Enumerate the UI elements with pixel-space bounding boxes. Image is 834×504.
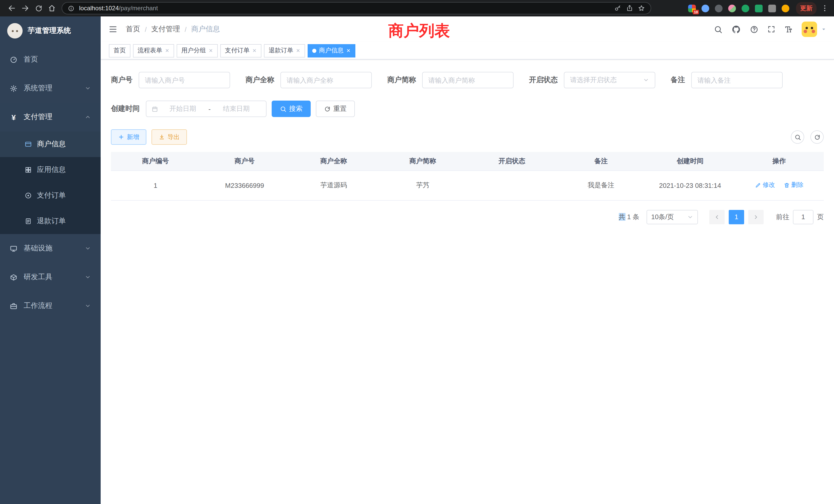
- cell-status: [467, 170, 556, 200]
- sidebar-item-label: 支付管理: [24, 112, 52, 122]
- sidebar-item-app-info[interactable]: 应用信息: [0, 157, 101, 183]
- pagination: 共 1 条 10条/页 1 前往 页: [111, 210, 824, 224]
- short-name-input-wrap: [422, 72, 513, 88]
- back-button[interactable]: [5, 2, 19, 15]
- share-icon[interactable]: [626, 5, 633, 12]
- tab-label: 退款订单: [269, 46, 293, 55]
- page-button-1[interactable]: 1: [729, 210, 744, 224]
- refresh-table-button[interactable]: [810, 130, 824, 144]
- extension-icon[interactable]: [742, 4, 749, 12]
- full-name-input[interactable]: [287, 76, 366, 84]
- edit-link[interactable]: 修改: [755, 181, 775, 190]
- next-page-button[interactable]: [748, 210, 764, 224]
- browser-menu-icon[interactable]: [821, 4, 829, 12]
- remark-input[interactable]: [697, 76, 776, 84]
- hamburger-icon[interactable]: [108, 25, 117, 34]
- cell-remark: 我是备注: [556, 170, 645, 200]
- extension-icon[interactable]: [768, 4, 776, 12]
- user-avatar[interactable]: [802, 22, 817, 37]
- remark-input-wrap: [691, 72, 783, 88]
- close-icon[interactable]: [346, 48, 351, 53]
- extension-icon[interactable]: 10: [688, 4, 696, 12]
- sidebar-item-label: 研发工具: [24, 273, 52, 282]
- payment-submenu: 商户信息 应用信息 支付订单 退款订单: [0, 131, 101, 234]
- edit-link-label: 修改: [763, 181, 775, 190]
- sidebar-item-label: 支付订单: [37, 191, 66, 200]
- goto-page-input[interactable]: [793, 210, 813, 224]
- sidebar-item-refund-order[interactable]: 退款订单: [0, 208, 101, 234]
- password-key-icon[interactable]: [614, 5, 621, 12]
- cell-merchant-id: 1: [111, 170, 200, 200]
- address-bar[interactable]: localhost:1024/pay/merchant: [62, 2, 651, 14]
- create-time-range-picker[interactable]: 开始日期 - 结束日期: [146, 100, 266, 117]
- sidebar-item-label: 首页: [24, 55, 38, 64]
- page-unit-label: 页: [817, 212, 824, 222]
- extension-icon[interactable]: [728, 4, 736, 12]
- bookmark-star-icon[interactable]: [638, 5, 645, 12]
- help-icon[interactable]: [750, 25, 759, 33]
- col-remark: 备注: [556, 152, 645, 170]
- sidebar-item-merchant-info[interactable]: 商户信息: [0, 131, 101, 157]
- cell-actions: 修改 删除: [734, 170, 824, 200]
- chrome-update-button[interactable]: 更新: [796, 2, 816, 15]
- tab-home[interactable]: 首页: [109, 44, 130, 57]
- add-button[interactable]: 新增: [111, 129, 146, 145]
- short-name-input[interactable]: [428, 76, 507, 84]
- tab-pay-order[interactable]: 支付订单: [220, 44, 261, 57]
- add-button-label: 新增: [127, 133, 139, 141]
- reload-button[interactable]: [32, 2, 45, 15]
- search-button[interactable]: 搜索: [272, 100, 311, 117]
- status-select[interactable]: 请选择开启状态: [564, 72, 655, 88]
- extension-icon[interactable]: [755, 4, 763, 12]
- sidebar-item-system[interactable]: 系统管理: [0, 74, 101, 102]
- breadcrumb-current: 商户信息: [191, 25, 220, 34]
- back-icon: [8, 4, 16, 12]
- merchant-no-input[interactable]: [145, 76, 224, 84]
- sidebar-item-devtools[interactable]: 研发工具: [0, 263, 101, 292]
- close-icon[interactable]: [208, 48, 213, 53]
- sidebar-item-home[interactable]: 首页: [0, 45, 101, 74]
- extension-icon[interactable]: [782, 4, 789, 12]
- tab-user-group[interactable]: 用户分组: [177, 44, 218, 57]
- export-button[interactable]: 导出: [152, 129, 187, 145]
- filter-label: 创建时间: [111, 104, 140, 113]
- edit-icon: [755, 182, 761, 188]
- github-icon[interactable]: [731, 24, 741, 34]
- search-icon[interactable]: [714, 25, 723, 33]
- home-button[interactable]: [45, 2, 59, 15]
- extension-icon[interactable]: [715, 4, 723, 12]
- forward-button[interactable]: [19, 2, 32, 15]
- close-icon[interactable]: [165, 48, 170, 53]
- sidebar-item-workflow[interactable]: 工作流程: [0, 292, 101, 320]
- delete-link[interactable]: 删除: [784, 181, 804, 190]
- breadcrumb-home[interactable]: 首页: [126, 25, 140, 34]
- sidebar-item-label: 应用信息: [37, 165, 66, 175]
- page-size-select[interactable]: 10条/页: [646, 210, 698, 224]
- app-title: 芋道管理系统: [28, 26, 71, 36]
- col-merchant-no: 商户号: [200, 152, 289, 170]
- tab-process-form[interactable]: 流程表单: [133, 44, 174, 57]
- extensions-area: 10: [688, 4, 789, 12]
- font-size-icon[interactable]: [784, 25, 793, 33]
- fullscreen-icon[interactable]: [767, 25, 775, 33]
- breadcrumb-payment[interactable]: 支付管理: [151, 25, 180, 34]
- prev-page-button[interactable]: [709, 210, 725, 224]
- sidebar-item-label: 退款订单: [37, 216, 66, 226]
- filter-label: 商户简称: [387, 75, 416, 85]
- close-icon[interactable]: [252, 48, 257, 53]
- sidebar-item-payment[interactable]: ¥ 支付管理: [0, 102, 101, 131]
- site-info-icon[interactable]: [68, 5, 74, 12]
- close-icon[interactable]: [296, 48, 301, 53]
- app-logo[interactable]: 芋道管理系统: [0, 17, 101, 45]
- card-icon: [25, 141, 32, 148]
- caret-down-icon[interactable]: [821, 27, 826, 32]
- extension-icon[interactable]: [702, 4, 709, 12]
- tab-merchant-info[interactable]: 商户信息: [308, 44, 355, 57]
- box-icon: [10, 273, 18, 281]
- tab-refund-order[interactable]: 退款订单: [264, 44, 305, 57]
- sidebar-item-infrastructure[interactable]: 基础设施: [0, 234, 101, 263]
- sidebar-item-pay-order[interactable]: 支付订单: [0, 183, 101, 208]
- toggle-search-button[interactable]: [791, 130, 804, 144]
- reset-button[interactable]: 重置: [316, 100, 355, 117]
- col-full-name: 商户全称: [289, 152, 378, 170]
